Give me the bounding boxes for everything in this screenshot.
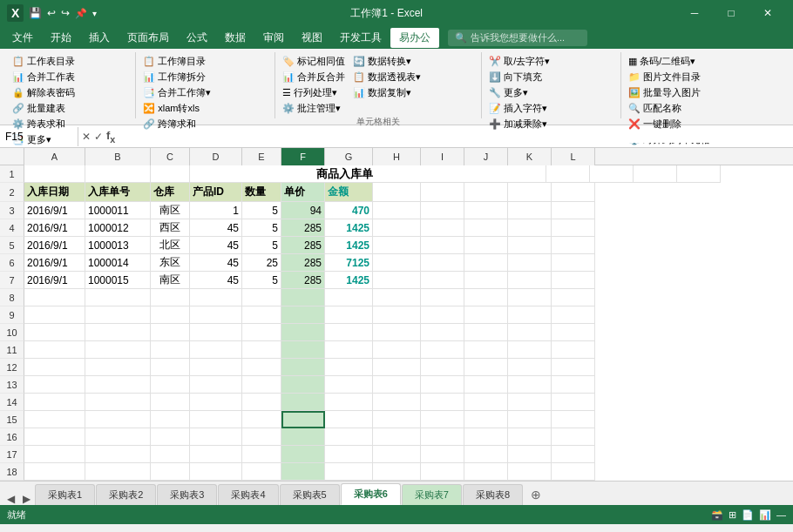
quick-pin-icon[interactable]: 📌	[75, 8, 87, 19]
cell-l3[interactable]	[552, 202, 595, 219]
cell-f15[interactable]	[281, 411, 325, 428]
cell-d7[interactable]: 45	[190, 272, 242, 289]
ribbon-btn-workbook-split[interactable]: 📊 工作簿拆分	[139, 70, 214, 84]
status-view3-icon[interactable]: 📊	[759, 509, 771, 521]
cell-i16[interactable]	[421, 428, 464, 446]
cell-d6[interactable]: 45	[190, 254, 242, 272]
sheet-tab-3[interactable]: 采购表3	[157, 484, 217, 505]
cell-f2[interactable]: 单价	[281, 183, 325, 202]
cell-f13[interactable]	[281, 376, 325, 394]
cell-l10[interactable]	[552, 324, 595, 341]
menu-item-view[interactable]: 视图	[293, 28, 331, 48]
cell-j15[interactable]	[464, 411, 508, 428]
cancel-formula-icon[interactable]: ✕	[82, 131, 91, 143]
cell-e5[interactable]: 5	[242, 237, 281, 254]
formula-input[interactable]	[119, 131, 793, 143]
cell-h12[interactable]	[373, 359, 421, 376]
cell-c14[interactable]	[151, 394, 190, 411]
cell-c6[interactable]: 东区	[151, 254, 190, 272]
scroll-left-icon[interactable]: ◀	[3, 493, 18, 505]
menu-item-yibanong[interactable]: 易办公	[390, 28, 439, 48]
menu-item-formula[interactable]: 公式	[178, 28, 216, 48]
menu-item-file[interactable]: 文件	[3, 28, 42, 48]
cell-l18[interactable]	[552, 463, 595, 481]
cell-b5[interactable]: 1000013	[85, 237, 151, 254]
sheet-tab-8[interactable]: 采购表8	[463, 484, 523, 505]
cell-e14[interactable]	[242, 394, 281, 411]
cell-e15[interactable]	[242, 411, 281, 428]
cell-l7[interactable]	[552, 272, 595, 289]
cell-a17[interactable]	[24, 446, 85, 463]
cell-l4[interactable]	[552, 219, 595, 237]
cell-h17[interactable]	[373, 446, 421, 463]
quick-save-icon[interactable]: 💾	[29, 7, 42, 19]
cell-l14[interactable]	[552, 394, 595, 411]
cell-a5[interactable]: 2016/9/1	[24, 237, 85, 254]
cell-e10[interactable]	[242, 324, 281, 341]
cell-d5[interactable]: 45	[190, 237, 242, 254]
cell-h14[interactable]	[373, 394, 421, 411]
cell-f5[interactable]: 285	[281, 237, 325, 254]
cell-l2[interactable]	[552, 183, 595, 202]
cell-l15[interactable]	[552, 411, 595, 428]
cell-i6[interactable]	[421, 254, 464, 272]
cell-a16[interactable]	[24, 428, 85, 446]
cell-e6[interactable]: 25	[242, 254, 281, 272]
cell-a14[interactable]	[24, 394, 85, 411]
cell-h4[interactable]	[373, 219, 421, 237]
ribbon-btn-data-convert[interactable]: 🔄 数据转换▾	[349, 54, 424, 69]
cell-g15[interactable]	[325, 411, 373, 428]
cell-c9[interactable]	[151, 306, 190, 324]
cell-g13[interactable]	[325, 376, 373, 394]
cell-e8[interactable]	[242, 289, 281, 306]
ribbon-btn-pivot[interactable]: 📋 数据透视表▾	[349, 70, 424, 84]
sheet-tab-2[interactable]: 采购表2	[96, 484, 156, 505]
cell-c18[interactable]	[151, 463, 190, 481]
cell-a8[interactable]	[24, 289, 85, 306]
cell-e4[interactable]: 5	[242, 219, 281, 237]
maximize-button[interactable]: □	[713, 0, 749, 26]
cell-f11[interactable]	[281, 341, 325, 359]
cell-j13[interactable]	[464, 376, 508, 394]
quick-redo-icon[interactable]: ↪	[61, 7, 70, 19]
quick-dropdown-icon[interactable]: ▾	[92, 9, 97, 18]
cell-f8[interactable]	[281, 289, 325, 306]
cell-c17[interactable]	[151, 446, 190, 463]
cell-c3[interactable]: 南区	[151, 202, 190, 219]
cell-b9[interactable]	[85, 306, 151, 324]
cell-j10[interactable]	[464, 324, 508, 341]
cell-i17[interactable]	[421, 446, 464, 463]
cell-b8[interactable]	[85, 289, 151, 306]
cell-k10[interactable]	[508, 324, 552, 341]
cell-l17[interactable]	[552, 446, 595, 463]
cell-d4[interactable]: 45	[190, 219, 242, 237]
cell-d15[interactable]	[190, 411, 242, 428]
cell-l1[interactable]	[677, 165, 721, 183]
cell-g12[interactable]	[325, 359, 373, 376]
cell-l8[interactable]	[552, 289, 595, 306]
col-header-h[interactable]: H	[373, 148, 421, 165]
cell-c11[interactable]	[151, 341, 190, 359]
cell-i15[interactable]	[421, 411, 464, 428]
menu-item-review[interactable]: 审阅	[254, 28, 293, 48]
cell-c7[interactable]: 南区	[151, 272, 190, 289]
cell-g11[interactable]	[325, 341, 373, 359]
insert-function-icon[interactable]: fx	[106, 129, 115, 145]
menu-item-insert[interactable]: 插入	[80, 28, 119, 48]
cell-c12[interactable]	[151, 359, 190, 376]
ribbon-btn-data-copy[interactable]: 📊 数据复制▾	[349, 85, 424, 100]
cell-j9[interactable]	[464, 306, 508, 324]
cell-h16[interactable]	[373, 428, 421, 446]
ribbon-btn-comment-mgr[interactable]: ⚙️ 批注管理▾	[279, 101, 344, 116]
cell-e7[interactable]: 5	[242, 272, 281, 289]
search-box[interactable]: 🔍 告诉我您想要做什么...	[448, 30, 587, 46]
minimize-button[interactable]: ─	[676, 0, 713, 26]
status-view1-icon[interactable]: ⊞	[729, 509, 736, 521]
cell-k14[interactable]	[508, 394, 552, 411]
cell-a15[interactable]	[24, 411, 85, 428]
cell-e12[interactable]	[242, 359, 281, 376]
cell-i7[interactable]	[421, 272, 464, 289]
cell-g9[interactable]	[325, 306, 373, 324]
menu-item-data[interactable]: 数据	[216, 28, 254, 48]
ribbon-btn-merge-workbook[interactable]: 📑 合并工作簿▾	[139, 85, 214, 100]
